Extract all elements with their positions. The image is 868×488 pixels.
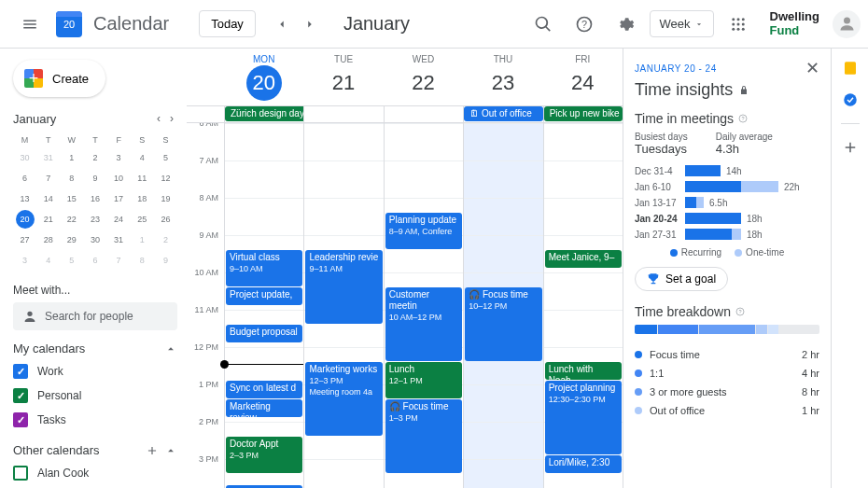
- day-header[interactable]: WED22: [384, 49, 463, 105]
- day-column[interactable]: 🎧 Focus time10–12 PM: [463, 123, 542, 488]
- mini-day[interactable]: 31: [109, 230, 128, 249]
- mini-day[interactable]: 16: [86, 189, 105, 208]
- search-people-input[interactable]: Search for people: [13, 302, 177, 330]
- calendar-event[interactable]: 🎧 Focus time1–3 PM: [385, 399, 462, 473]
- settings-button[interactable]: [609, 7, 642, 41]
- day-header[interactable]: MON20: [224, 49, 303, 105]
- mini-day[interactable]: 2: [86, 148, 105, 167]
- day-header[interactable]: FRI24: [543, 49, 623, 105]
- view-selector[interactable]: Week: [650, 10, 714, 37]
- mini-day[interactable]: 20: [16, 210, 35, 229]
- mini-prev-button[interactable]: ‹: [153, 110, 164, 127]
- mini-calendar[interactable]: MTWTFSS303112345678910111213141516171819…: [13, 132, 177, 271]
- calendar-event[interactable]: Leadership revie9–11 AM: [305, 250, 382, 324]
- calendar-event[interactable]: 🎧 Focus time10–12 PM: [465, 287, 541, 361]
- calendar-event[interactable]: Lori/Mike, 2:30: [545, 455, 622, 473]
- mini-day[interactable]: 8: [63, 169, 81, 188]
- calendar-item[interactable]: Alan Cook: [13, 461, 177, 485]
- calendar-event[interactable]: Planning update8–9 AM, Confere: [385, 213, 462, 249]
- mini-day[interactable]: 21: [39, 210, 58, 229]
- mini-day[interactable]: 3: [109, 148, 128, 167]
- calendar-event[interactable]: Project update,: [226, 287, 302, 305]
- day-column[interactable]: Leadership revie9–11 AMMarketing works12…: [303, 123, 383, 488]
- help-icon[interactable]: ?: [737, 113, 749, 124]
- day-column[interactable]: Virtual class9–10 AMProject update,Budge…: [224, 123, 303, 488]
- mini-day[interactable]: 28: [39, 230, 58, 249]
- mini-day[interactable]: 1: [63, 148, 81, 167]
- checkbox[interactable]: [13, 466, 28, 481]
- mini-day[interactable]: 4: [133, 148, 151, 167]
- checkbox[interactable]: [13, 364, 28, 379]
- create-button[interactable]: Create: [13, 60, 105, 97]
- allday-event[interactable]: Pick up new bike: [544, 106, 623, 121]
- mini-day[interactable]: 15: [63, 189, 81, 208]
- allday-event[interactable]: Zürich design days: [225, 106, 303, 121]
- calendar-event[interactable]: Budget proposal: [226, 325, 302, 342]
- mini-day[interactable]: 4: [39, 251, 58, 270]
- tasks-app-icon[interactable]: [842, 91, 859, 108]
- calendar-event[interactable]: Lunch12–1 PM: [385, 362, 462, 398]
- mini-day[interactable]: 2: [156, 230, 175, 249]
- mini-day[interactable]: 8: [133, 251, 151, 270]
- mini-day[interactable]: 11: [133, 169, 151, 188]
- calendar-event[interactable]: Marketing works12–3 PMMeeting room 4a: [305, 362, 382, 436]
- account-avatar[interactable]: [833, 10, 861, 38]
- mini-day[interactable]: 6: [86, 251, 105, 270]
- day-column[interactable]: Planning update8–9 AM, ConfereCustomer m…: [384, 123, 463, 488]
- mini-day[interactable]: 30: [86, 230, 105, 249]
- mini-day[interactable]: 26: [156, 210, 175, 229]
- set-goal-button[interactable]: Set a goal: [635, 267, 728, 291]
- mini-day[interactable]: 30: [16, 148, 35, 167]
- search-button[interactable]: [526, 7, 560, 41]
- day-header[interactable]: THU23: [463, 49, 542, 105]
- day-header[interactable]: TUE21: [303, 49, 383, 105]
- calendar-event[interactable]: Virtual class9–10 AM: [226, 250, 302, 286]
- mini-day[interactable]: 24: [109, 210, 128, 229]
- mini-day[interactable]: 5: [156, 148, 175, 167]
- mini-day[interactable]: 6: [16, 169, 35, 188]
- mini-day[interactable]: 13: [16, 189, 35, 208]
- next-week-button[interactable]: [297, 11, 323, 37]
- keep-app-icon[interactable]: [842, 60, 859, 77]
- calendar-item[interactable]: Tasks: [13, 408, 177, 432]
- apps-button[interactable]: [721, 7, 755, 41]
- calendar-event[interactable]: Customer meetin10 AM–12 PM: [385, 287, 462, 361]
- calendar-event[interactable]: Meet Janice, 9–: [545, 250, 622, 268]
- mini-day[interactable]: 31: [39, 148, 58, 167]
- add-app-icon[interactable]: [842, 139, 859, 156]
- calendar-event[interactable]: Sync on latest d: [226, 381, 302, 398]
- mini-day[interactable]: 23: [86, 210, 105, 229]
- mini-day[interactable]: 25: [133, 210, 151, 229]
- checkbox[interactable]: [13, 388, 28, 403]
- my-calendars-toggle[interactable]: My calendars: [13, 342, 177, 356]
- help-icon[interactable]: ?: [735, 306, 746, 317]
- mini-next-button[interactable]: ›: [166, 110, 177, 127]
- mini-day[interactable]: 29: [63, 230, 81, 249]
- mini-day[interactable]: 19: [156, 189, 175, 208]
- mini-day[interactable]: 9: [86, 169, 105, 188]
- checkbox[interactable]: [13, 412, 28, 427]
- mini-day[interactable]: 14: [39, 189, 58, 208]
- mini-day[interactable]: 7: [39, 169, 58, 188]
- allday-event[interactable]: 🗓 Out of office: [464, 106, 542, 121]
- mini-day[interactable]: 5: [63, 251, 81, 270]
- mini-day[interactable]: 17: [109, 189, 128, 208]
- day-column[interactable]: Meet Janice, 9–Lunch with NoahProject pl…: [543, 123, 623, 488]
- calendar-event[interactable]: Doctor Appt2–3 PM: [226, 437, 302, 473]
- other-calendars-toggle[interactable]: Other calendars: [13, 443, 177, 457]
- calendar-item[interactable]: Personal: [13, 383, 177, 408]
- calendar-event[interactable]: Project planning12:30–2:30 PM: [545, 381, 622, 454]
- calendar-item[interactable]: Work: [13, 359, 177, 383]
- mini-day[interactable]: 12: [156, 169, 175, 188]
- mini-day[interactable]: 27: [16, 230, 35, 249]
- today-button[interactable]: Today: [199, 10, 256, 37]
- calendar-event[interactable]: Lunch with Noah: [545, 362, 622, 380]
- mini-day[interactable]: 10: [109, 169, 128, 188]
- calendar-event[interactable]: Marketing review: [226, 399, 302, 417]
- help-button[interactable]: ?: [567, 7, 601, 41]
- mini-day[interactable]: 22: [63, 210, 81, 229]
- mini-day[interactable]: 1: [133, 230, 151, 249]
- add-calendar-icon[interactable]: [146, 444, 159, 457]
- mini-day[interactable]: 3: [16, 251, 35, 270]
- mini-day[interactable]: 7: [109, 251, 128, 270]
